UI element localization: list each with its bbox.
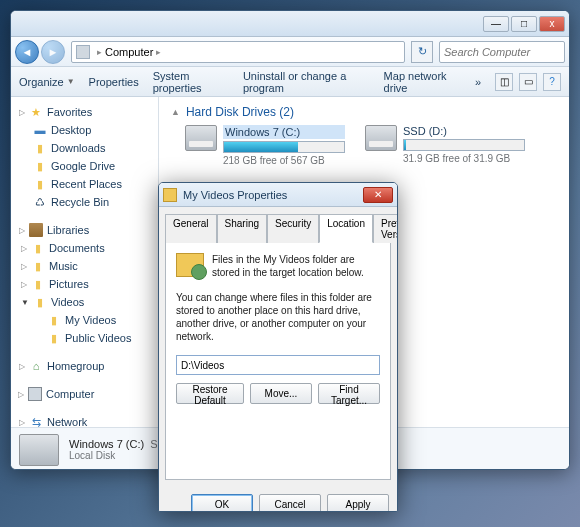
tab-sharing[interactable]: Sharing bbox=[217, 214, 267, 243]
titlebar: — □ x bbox=[11, 11, 569, 37]
refresh-button[interactable]: ↻ bbox=[411, 41, 433, 63]
expand-icon: ▷ bbox=[21, 280, 27, 289]
tab-strip: General Sharing Security Location Previo… bbox=[159, 207, 397, 242]
back-button[interactable]: ◄ bbox=[15, 40, 39, 64]
cancel-button[interactable]: Cancel bbox=[259, 494, 321, 512]
organize-menu[interactable]: Organize▼ bbox=[19, 76, 75, 88]
find-target-button[interactable]: Find Target... bbox=[318, 383, 380, 404]
sidebar: ▷★Favorites ▬Desktop ▮Downloads ▮Google … bbox=[11, 97, 159, 427]
collapse-icon: ▼ bbox=[21, 298, 29, 307]
folder-icon: ▮ bbox=[33, 141, 47, 155]
preview-icon[interactable]: ▭ bbox=[519, 73, 537, 91]
details-subtitle: Local Disk bbox=[69, 450, 158, 461]
forward-button[interactable]: ► bbox=[41, 40, 65, 64]
library-icon bbox=[29, 223, 43, 237]
search-input[interactable] bbox=[439, 41, 565, 63]
tab-security[interactable]: Security bbox=[267, 214, 319, 243]
collapse-icon: ▷ bbox=[19, 226, 25, 235]
homegroup-icon: ⌂ bbox=[29, 359, 43, 373]
ok-button[interactable]: OK bbox=[191, 494, 253, 512]
folder-icon: ▮ bbox=[31, 259, 45, 273]
sidebar-item-myvideos[interactable]: ▮My Videos bbox=[15, 311, 154, 329]
sidebar-item-pictures[interactable]: ▷▮Pictures bbox=[15, 275, 154, 293]
properties-dialog: My Videos Properties ✕ General Sharing S… bbox=[158, 182, 398, 512]
dialog-titlebar: My Videos Properties ✕ bbox=[159, 183, 397, 207]
expand-icon: ▷ bbox=[19, 362, 25, 371]
drive-icon bbox=[19, 434, 59, 466]
homegroup-section[interactable]: ▷⌂Homegroup bbox=[15, 357, 154, 375]
drive-free-text: 218 GB free of 567 GB bbox=[223, 155, 345, 166]
sidebar-item-documents[interactable]: ▷▮Documents bbox=[15, 239, 154, 257]
sidebar-item-videos[interactable]: ▼▮Videos bbox=[15, 293, 154, 311]
maximize-button[interactable]: □ bbox=[511, 16, 537, 32]
folder-icon bbox=[163, 188, 177, 202]
drive-d[interactable]: SSD (D:) 31.9 GB free of 31.9 GB bbox=[365, 125, 525, 166]
network-section[interactable]: ▷⇆Network bbox=[15, 413, 154, 427]
libraries-section[interactable]: ▷Libraries bbox=[15, 221, 154, 239]
more-button[interactable]: » bbox=[475, 76, 481, 88]
address-text: Computer bbox=[105, 46, 153, 58]
folder-icon: ▮ bbox=[33, 159, 47, 173]
drive-icon bbox=[365, 125, 397, 151]
dialog-title: My Videos Properties bbox=[183, 189, 363, 201]
chevron-icon: ▸ bbox=[97, 47, 102, 57]
location-description: Files in the My Videos folder are stored… bbox=[212, 253, 380, 279]
computer-section[interactable]: ▷Computer bbox=[15, 385, 154, 403]
expand-icon: ▷ bbox=[19, 418, 25, 427]
apply-button[interactable]: Apply bbox=[327, 494, 389, 512]
drive-usage-bar bbox=[223, 141, 345, 153]
folder-icon: ▮ bbox=[31, 241, 45, 255]
address-bar[interactable]: ▸ Computer ▸ bbox=[71, 41, 405, 63]
hdd-section-header[interactable]: ▲Hard Disk Drives (2) bbox=[171, 105, 557, 119]
expand-icon: ▷ bbox=[18, 390, 24, 399]
toolbar: Organize▼ Properties System properties U… bbox=[11, 67, 569, 97]
drive-icon bbox=[185, 125, 217, 151]
sidebar-item-music[interactable]: ▷▮Music bbox=[15, 257, 154, 275]
location-path-input[interactable] bbox=[176, 355, 380, 375]
sidebar-item-downloads[interactable]: ▮Downloads bbox=[15, 139, 154, 157]
network-icon: ⇆ bbox=[29, 415, 43, 427]
system-properties-button[interactable]: System properties bbox=[153, 70, 229, 94]
drive-free-text: 31.9 GB free of 31.9 GB bbox=[403, 153, 525, 164]
expand-icon: ▷ bbox=[21, 244, 27, 253]
location-description-2: You can change where files in this folde… bbox=[176, 291, 380, 343]
properties-button[interactable]: Properties bbox=[89, 76, 139, 88]
recycle-icon: ♺ bbox=[33, 195, 47, 209]
drive-name: Windows 7 (C:) bbox=[223, 125, 345, 139]
sidebar-item-recent[interactable]: ▮Recent Places bbox=[15, 175, 154, 193]
help-icon[interactable]: ? bbox=[543, 73, 561, 91]
tab-panel-location: Files in the My Videos folder are stored… bbox=[165, 242, 391, 480]
folder-icon: ▮ bbox=[47, 331, 61, 345]
collapse-icon: ▷ bbox=[19, 108, 25, 117]
sidebar-item-googledrive[interactable]: ▮Google Drive bbox=[15, 157, 154, 175]
drive-c[interactable]: Windows 7 (C:) 218 GB free of 567 GB bbox=[185, 125, 345, 166]
uninstall-button[interactable]: Uninstall or change a program bbox=[243, 70, 370, 94]
sidebar-item-publicvideos[interactable]: ▮Public Videos bbox=[15, 329, 154, 347]
tab-general[interactable]: General bbox=[165, 214, 217, 243]
expand-icon: ▷ bbox=[21, 262, 27, 271]
map-network-button[interactable]: Map network drive bbox=[384, 70, 461, 94]
move-button[interactable]: Move... bbox=[250, 383, 312, 404]
folder-icon: ▮ bbox=[33, 295, 47, 309]
folder-move-icon bbox=[176, 253, 204, 277]
star-icon: ★ bbox=[29, 105, 43, 119]
favorites-section[interactable]: ▷★Favorites bbox=[15, 103, 154, 121]
sidebar-item-recycle[interactable]: ♺Recycle Bin bbox=[15, 193, 154, 211]
desktop-icon: ▬ bbox=[33, 123, 47, 137]
sidebar-item-desktop[interactable]: ▬Desktop bbox=[15, 121, 154, 139]
navbar: ◄ ► ▸ Computer ▸ ↻ bbox=[11, 37, 569, 67]
computer-icon bbox=[76, 45, 90, 59]
drive-usage-bar bbox=[403, 139, 525, 151]
tab-location[interactable]: Location bbox=[319, 214, 373, 243]
minimize-button[interactable]: — bbox=[483, 16, 509, 32]
dialog-close-button[interactable]: ✕ bbox=[363, 187, 393, 203]
details-name: Windows 7 (C:) S bbox=[69, 438, 158, 450]
tab-previous-versions[interactable]: Previous Versions bbox=[373, 214, 398, 243]
view-icon[interactable]: ◫ bbox=[495, 73, 513, 91]
dialog-footer: OK Cancel Apply bbox=[159, 486, 397, 512]
folder-icon: ▮ bbox=[31, 277, 45, 291]
close-button[interactable]: x bbox=[539, 16, 565, 32]
restore-default-button[interactable]: Restore Default bbox=[176, 383, 244, 404]
collapse-icon: ▲ bbox=[171, 107, 180, 117]
chevron-icon: ▸ bbox=[156, 47, 161, 57]
